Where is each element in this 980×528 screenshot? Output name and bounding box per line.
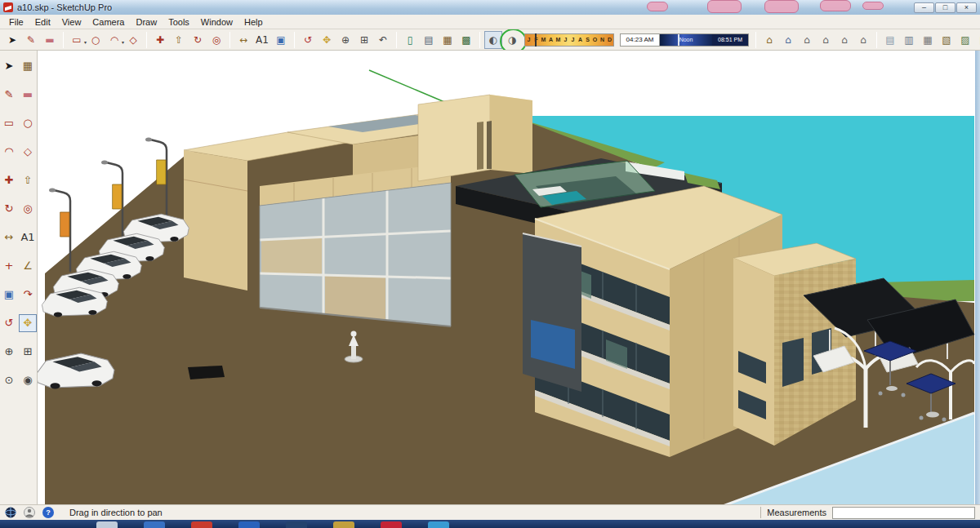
eraser-tool[interactable]: ▬: [41, 31, 59, 49]
geolocation-icon[interactable]: [5, 507, 16, 518]
taskbar-app-5[interactable]: [286, 521, 307, 528]
arc-tool[interactable]: ◠: [0, 143, 18, 161]
toolbar-separator: [396, 32, 397, 48]
taskbar-app-7[interactable]: [381, 521, 402, 528]
rectangle-tool[interactable]: ▭: [0, 114, 18, 132]
view-left[interactable]: ⌂: [854, 31, 872, 49]
line-tool[interactable]: ✎: [22, 31, 40, 49]
rotate-tool[interactable]: ↻: [189, 31, 207, 49]
offset-tool[interactable]: ◎: [19, 200, 37, 218]
pan-tool[interactable]: ✥: [19, 314, 37, 332]
taskbar-app-2[interactable]: [144, 521, 165, 528]
text-tool[interactable]: A1: [19, 229, 37, 246]
push-pull-tool[interactable]: ⇧: [19, 171, 37, 189]
taskbar-app-3[interactable]: [191, 521, 212, 528]
taskbar-app-4[interactable]: [238, 521, 260, 528]
polygon-tool[interactable]: ◇: [124, 31, 142, 49]
face-style-textured[interactable]: ▨: [956, 31, 974, 49]
eraser-tool[interactable]: ▬: [19, 86, 37, 104]
circle-tool[interactable]: ○: [19, 114, 37, 132]
position-camera-tool[interactable]: ⊙: [0, 371, 18, 389]
offset-tool[interactable]: ◎: [207, 31, 225, 49]
menu-window[interactable]: Window: [195, 16, 238, 29]
view-front[interactable]: ⌂: [798, 31, 816, 49]
paint-bucket-tool[interactable]: ▣: [0, 286, 18, 304]
orbit-tool[interactable]: ↺: [0, 314, 18, 332]
style-textured[interactable]: ▩: [457, 31, 475, 49]
credits-icon[interactable]: [24, 507, 35, 518]
follow-me-tool[interactable]: ↷: [19, 286, 37, 304]
face-style-hidden-line[interactable]: ▦: [919, 31, 937, 49]
polygon-tool[interactable]: ◇: [19, 143, 37, 161]
measurements-input[interactable]: [832, 507, 975, 519]
month-slider-handle[interactable]: [535, 33, 537, 47]
push-pull-tool[interactable]: ⇧: [170, 31, 188, 49]
face-style-xray[interactable]: ▤: [881, 31, 899, 49]
menu-view[interactable]: View: [56, 16, 87, 29]
line-tool[interactable]: ✎: [0, 86, 18, 104]
select-tool[interactable]: ➤: [3, 31, 21, 49]
orbit-tool[interactable]: ↺: [299, 31, 317, 49]
desktop-artifact: [707, 0, 742, 13]
menu-tools[interactable]: Tools: [163, 16, 195, 29]
look-around-tool[interactable]: ◉: [19, 371, 37, 389]
windows-taskbar[interactable]: [0, 520, 980, 528]
menu-file[interactable]: File: [3, 16, 29, 29]
view-iso[interactable]: ⌂: [760, 31, 778, 49]
arc-tool[interactable]: ◠▾: [105, 31, 123, 49]
shadow-date-slider[interactable]: JFMAMJJASOND: [524, 33, 614, 47]
text-tool[interactable]: A1: [253, 31, 271, 49]
top-toolbar: ➤✎▬▭▾○◠▾◇✚⇧↻◎↔A1▣↺✥⊕⊞↶▯▤▦▩◐◑JFMAMJJASOND…: [0, 29, 980, 51]
style-shaded[interactable]: ▦: [439, 31, 457, 49]
status-hint: Drag in direction to pan: [69, 508, 163, 517]
face-style-wireframe[interactable]: ▥: [900, 31, 918, 49]
face-style-shaded[interactable]: ▧: [938, 31, 956, 49]
taskbar-app-8[interactable]: [428, 521, 449, 528]
shadow-settings-button[interactable]: ◐: [484, 31, 502, 49]
viewport-3d[interactable]: [38, 51, 975, 504]
help-icon[interactable]: ?: [42, 507, 54, 518]
pan-tool[interactable]: ✥: [318, 31, 336, 49]
circle-tool[interactable]: ○: [87, 31, 105, 49]
bench: [188, 366, 225, 379]
paint-bucket-tool[interactable]: ▣: [272, 31, 290, 49]
shadow-time-track[interactable]: Noon: [660, 34, 712, 46]
zoom-extents-tool[interactable]: ⊞: [355, 31, 373, 49]
window-title: a10.skp - SketchUp Pro: [17, 2, 112, 12]
toolbar-separator: [63, 32, 64, 48]
axes-tool[interactable]: +: [0, 257, 18, 275]
style-wireframe[interactable]: ▤: [420, 31, 438, 49]
zoom-tool[interactable]: ⊕: [0, 343, 18, 361]
zoom-extents-tool[interactable]: ⊞: [19, 343, 37, 361]
move-tool[interactable]: ✚: [151, 31, 169, 49]
previous-view-tool[interactable]: ↶: [374, 31, 392, 49]
section-plane-tool[interactable]: ▯: [401, 31, 419, 49]
view-right[interactable]: ⌂: [817, 31, 835, 49]
rotate-tool[interactable]: ↻: [0, 200, 18, 218]
zoom-tool[interactable]: ⊕: [336, 31, 354, 49]
menu-draw[interactable]: Draw: [130, 16, 163, 29]
view-back[interactable]: ⌂: [835, 31, 853, 49]
taskbar-app-1[interactable]: [96, 521, 118, 528]
move-tool[interactable]: ✚: [0, 171, 18, 189]
month-label: A: [577, 37, 584, 42]
taskbar-app-6[interactable]: [333, 521, 354, 528]
close-button[interactable]: ×: [956, 2, 977, 13]
tape-measure-tool[interactable]: ↔: [234, 31, 252, 49]
shadow-time-handle[interactable]: [678, 34, 679, 46]
menu-camera[interactable]: Camera: [87, 16, 130, 29]
restore-button[interactable]: □: [935, 2, 956, 13]
rectangle-tool[interactable]: ▭▾: [68, 31, 86, 49]
make-component-tool[interactable]: ▦: [19, 57, 37, 75]
shadow-time-slider[interactable]: 04:23 AMNoon08:51 PM: [620, 33, 749, 47]
menu-edit[interactable]: Edit: [29, 16, 56, 29]
month-label: J: [525, 37, 532, 42]
select-tool[interactable]: ➤: [0, 57, 18, 75]
menu-help[interactable]: Help: [238, 16, 269, 29]
shadow-toggle-button[interactable]: ◑: [503, 31, 521, 49]
view-top[interactable]: ⌂: [779, 31, 797, 49]
minimize-button[interactable]: –: [914, 2, 934, 13]
dimension-tool[interactable]: ∠: [19, 257, 37, 275]
face-style-monochrome[interactable]: ▩: [975, 31, 980, 49]
tape-measure-tool[interactable]: ↔: [0, 229, 18, 246]
